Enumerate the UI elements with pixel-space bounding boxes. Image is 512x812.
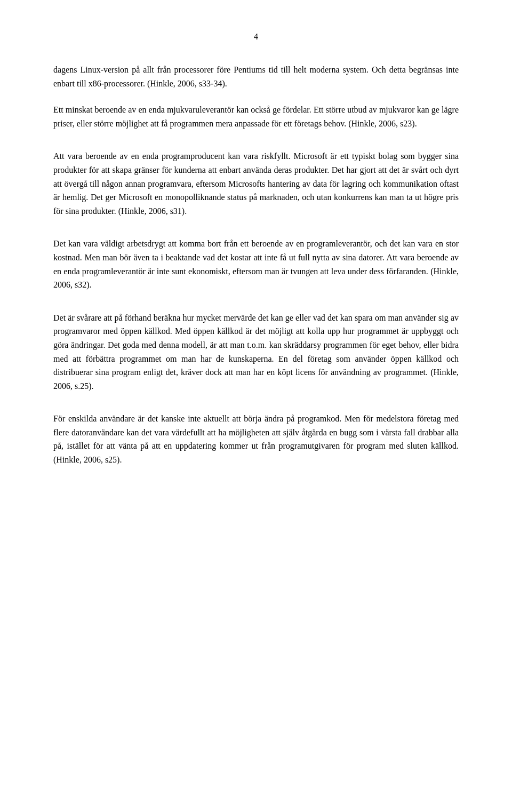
paragraph-4: Det kan vara väldigt arbetsdrygt att kom… <box>53 237 459 291</box>
paragraph-6: För enskilda användare är det kanske int… <box>53 412 459 466</box>
paragraph-2: Ett minskat beroende av en enda mjukvaru… <box>53 103 459 130</box>
paragraph-1: dagens Linux-version på allt från proces… <box>53 63 459 90</box>
page: 4 dagens Linux-version på allt från proc… <box>0 0 512 812</box>
page-number: 4 <box>53 32 459 42</box>
paragraph-5: Det är svårare att på förhand beräkna hu… <box>53 311 459 393</box>
paragraph-3: Att vara beroende av en enda programprod… <box>53 149 459 218</box>
